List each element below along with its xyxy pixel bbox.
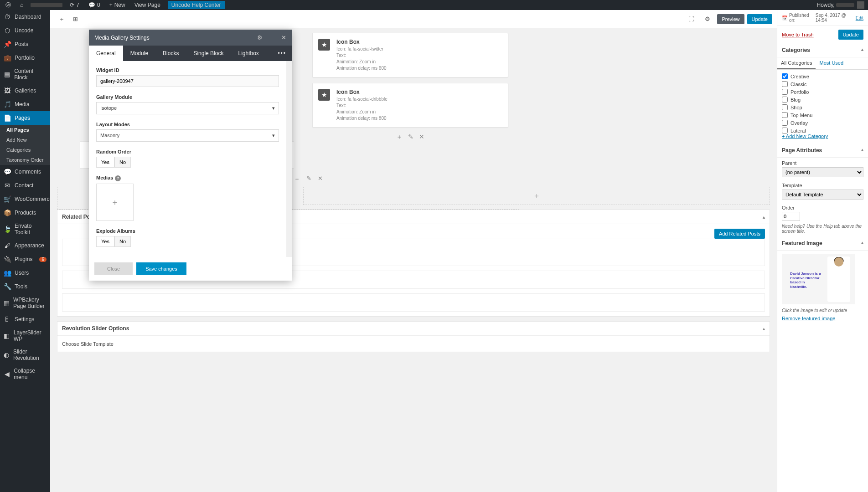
site-name[interactable] <box>31 3 62 7</box>
admin-bar: ⓦ ⌂ ⟳ 7 💬 0 + New View Page Uncode Help … <box>0 0 868 10</box>
new-link[interactable]: + New <box>108 2 127 8</box>
howdy-text[interactable]: Howdy, <box>817 2 854 8</box>
uncode-help-link[interactable]: Uncode Help Center <box>168 1 225 9</box>
updates-link[interactable]: ⟳ 7 <box>68 2 81 8</box>
home-icon[interactable]: ⌂ <box>18 2 25 8</box>
comments-link[interactable]: 💬 0 <box>87 2 102 8</box>
avatar[interactable] <box>857 1 864 9</box>
wp-logo-icon[interactable]: ⓦ <box>4 1 13 9</box>
view-page-link[interactable]: View Page <box>133 2 162 8</box>
